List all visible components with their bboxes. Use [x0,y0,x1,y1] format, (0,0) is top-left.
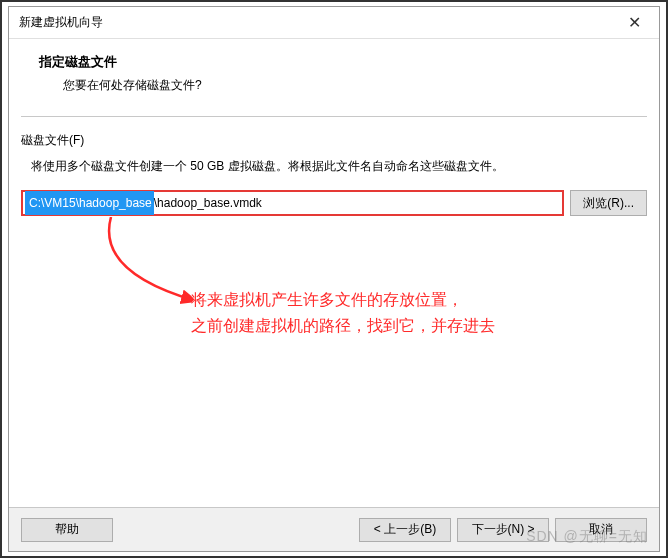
disk-path-input[interactable]: C:\VM15\hadoop_base\hadoop_base.vmdk [21,190,564,216]
path-selected-part: C:\VM15\hadoop_base [25,191,154,215]
wizard-footer: 帮助 < 上一步(B) 下一步(N) > 取消 [9,507,659,551]
annotation-text: 将来虚拟机产生许多文件的存放位置， 之前创建虚拟机的路径，找到它，并存进去 [191,287,495,338]
titlebar: 新建虚拟机向导 ✕ [9,7,659,39]
footer-right: < 上一步(B) 下一步(N) > 取消 [359,518,647,542]
back-button[interactable]: < 上一步(B) [359,518,451,542]
annotation-line-2: 之前创建虚拟机的路径，找到它，并存进去 [191,313,495,339]
annotation-line-1: 将来虚拟机产生许多文件的存放位置， [191,287,495,313]
cancel-button[interactable]: 取消 [555,518,647,542]
annotation-arrow [91,217,221,327]
wizard-header: 指定磁盘文件 您要在何处存储磁盘文件? [9,39,659,110]
browse-button[interactable]: 浏览(R)... [570,190,647,216]
footer-left: 帮助 [21,518,113,542]
content-area: 磁盘文件(F) 将使用多个磁盘文件创建一个 50 GB 虚拟磁盘。将根据此文件名… [21,116,647,466]
file-path-row: C:\VM15\hadoop_base\hadoop_base.vmdk 浏览(… [21,190,647,216]
page-title: 指定磁盘文件 [39,53,629,71]
window-title: 新建虚拟机向导 [19,14,103,31]
wizard-window: 新建虚拟机向导 ✕ 指定磁盘文件 您要在何处存储磁盘文件? 磁盘文件(F) 将使… [8,6,660,552]
disk-description: 将使用多个磁盘文件创建一个 50 GB 虚拟磁盘。将根据此文件名自动命名这些磁盘… [31,157,647,176]
disk-file-label: 磁盘文件(F) [21,132,647,149]
close-icon[interactable]: ✕ [620,9,649,36]
path-rest-part: \hadoop_base.vmdk [154,191,262,215]
page-subtitle: 您要在何处存储磁盘文件? [63,77,629,94]
help-button[interactable]: 帮助 [21,518,113,542]
next-button[interactable]: 下一步(N) > [457,518,549,542]
